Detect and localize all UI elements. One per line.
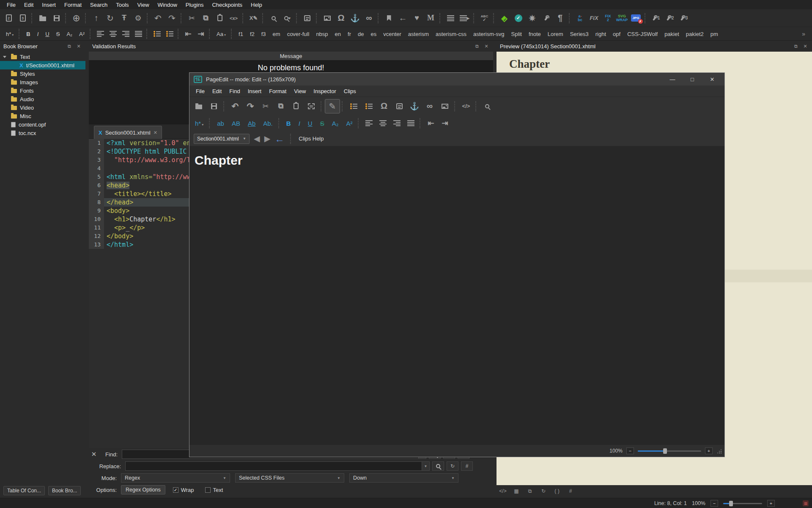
- plugin3-icon[interactable]: 3: [677, 11, 691, 25]
- abc-case-icon[interactable]: a-bc: [573, 11, 587, 25]
- tree-item[interactable]: X Fonts: [0, 86, 85, 95]
- tree-item[interactable]: X content.opf: [0, 120, 85, 129]
- refresh-icon[interactable]: ↻: [538, 487, 549, 495]
- menu-item[interactable]: Clips: [340, 87, 360, 95]
- text-checkbox[interactable]: [205, 487, 211, 493]
- clip-button[interactable]: Lorem: [544, 30, 567, 39]
- clip-button[interactable]: right: [592, 30, 609, 39]
- menu-item[interactable]: Window: [154, 1, 181, 9]
- subscript-button[interactable]: A₂: [328, 119, 343, 128]
- align-justify-icon[interactable]: [132, 28, 145, 39]
- regex-options-button[interactable]: Regex Options: [121, 485, 165, 494]
- strikethrough-button[interactable]: S: [53, 30, 63, 39]
- undo-icon[interactable]: ↶: [151, 11, 165, 25]
- align-left-icon[interactable]: [94, 28, 107, 39]
- jpg-icon[interactable]: JPG✗: [629, 11, 643, 25]
- zoom-out-button[interactable]: −: [710, 500, 718, 507]
- files-select[interactable]: Selected CSS Files▼: [235, 473, 344, 483]
- file-select[interactable]: Section0001.xhtml▼: [194, 134, 250, 144]
- menu-item[interactable]: View: [290, 87, 310, 95]
- clip-button[interactable]: de: [354, 30, 367, 39]
- grid-view-icon[interactable]: ▦: [511, 487, 522, 495]
- clip-button[interactable]: fnote: [525, 30, 544, 39]
- list-ordered-icon[interactable]: [361, 99, 376, 113]
- float-panel-icon[interactable]: ⧉: [793, 44, 799, 49]
- select-all-icon[interactable]: [304, 99, 319, 113]
- link-icon[interactable]: ∞: [362, 11, 376, 25]
- italic-button[interactable]: I: [295, 119, 304, 128]
- forward-icon[interactable]: ▶: [264, 134, 271, 144]
- clip-button[interactable]: asterism-svg: [470, 30, 508, 39]
- clip-button[interactable]: Series3: [567, 30, 592, 39]
- pencil-icon[interactable]: ✎: [325, 99, 340, 113]
- align-justify-icon[interactable]: [404, 116, 418, 130]
- replace-all-button[interactable]: ↻: [447, 461, 458, 471]
- mail-icon[interactable]: M: [424, 11, 438, 25]
- clip-button[interactable]: asterism: [405, 30, 432, 39]
- menu-item[interactable]: Plugins: [181, 1, 208, 9]
- back-icon[interactable]: ←: [396, 11, 410, 25]
- indent-icon[interactable]: ⇥: [195, 28, 207, 39]
- image-icon[interactable]: [437, 99, 453, 113]
- clip-button[interactable]: fr: [344, 30, 354, 39]
- outdent-icon[interactable]: ⇤: [424, 116, 438, 130]
- menu-item[interactable]: Format: [60, 1, 86, 9]
- menu-item[interactable]: Checkpoints: [208, 1, 247, 9]
- change-case-button[interactable]: Aa▾: [213, 30, 229, 39]
- tree-item[interactable]: X Video: [0, 103, 85, 112]
- clip-button[interactable]: en: [332, 30, 344, 39]
- book-browser-panel-button[interactable]: Book Bro...: [48, 486, 81, 495]
- clip-button[interactable]: vcenter: [380, 30, 405, 39]
- clip-button[interactable]: f1: [235, 30, 247, 39]
- lowercase-button[interactable]: ab: [213, 119, 228, 128]
- mend-icon[interactable]: ✷: [525, 11, 539, 25]
- clip-button[interactable]: pakiet: [661, 30, 683, 39]
- outdent-icon[interactable]: ⇤: [182, 28, 195, 39]
- clip-button[interactable]: Split: [508, 30, 525, 39]
- pageedit-titlebar[interactable]: PageEdit -- mode: Edit -- (1265x709) — □…: [189, 73, 724, 86]
- plugin2-icon[interactable]: 2: [663, 11, 677, 25]
- strikethrough-button[interactable]: S: [316, 119, 328, 128]
- wrap-checkbox[interactable]: ✓: [173, 487, 178, 493]
- image-icon[interactable]: [320, 11, 334, 25]
- menu-item[interactable]: Insert: [38, 1, 60, 9]
- menu-item[interactable]: Format: [265, 87, 290, 95]
- return-to-sigil-icon[interactable]: ←: [274, 135, 284, 143]
- parens-icon[interactable]: ( ): [551, 487, 562, 495]
- menu-item[interactable]: File: [192, 87, 208, 95]
- close-window-icon[interactable]: ✕: [704, 76, 720, 83]
- index-icon[interactable]: ▶: [458, 11, 472, 25]
- plugin1-icon[interactable]: 1: [649, 11, 663, 25]
- resize-grip-icon[interactable]: [716, 448, 722, 454]
- close-tab-icon[interactable]: ✕: [154, 130, 157, 135]
- count-icon[interactable]: #: [565, 487, 576, 495]
- find-icon[interactable]: [266, 11, 280, 25]
- tree-item[interactable]: X Misc: [0, 112, 85, 120]
- code-view-icon[interactable]: </>: [458, 99, 474, 113]
- menu-item[interactable]: Find: [225, 87, 244, 95]
- up-icon[interactable]: ↑: [89, 11, 103, 25]
- capitalize-button[interactable]: Ab: [244, 119, 259, 128]
- menu-item[interactable]: Tools: [112, 1, 133, 9]
- redo-icon[interactable]: ↷: [165, 11, 179, 25]
- zoom-slider[interactable]: [723, 500, 762, 506]
- clip-button[interactable]: es: [367, 30, 380, 39]
- toc-panel-button[interactable]: Table Of Con...: [3, 486, 45, 495]
- underline-button[interactable]: U: [304, 119, 316, 128]
- maximize-window-icon[interactable]: □: [684, 76, 700, 83]
- copy-icon[interactable]: ⧉: [199, 11, 213, 25]
- clip-button[interactable]: pm: [707, 30, 721, 39]
- close-panel-icon[interactable]: ✕: [483, 44, 490, 49]
- zoom-in-button[interactable]: +: [767, 500, 775, 507]
- copy-icon[interactable]: ⧉: [524, 487, 535, 495]
- spellcheck-icon[interactable]: ABC✓: [477, 11, 491, 25]
- anchor-icon[interactable]: ⚓: [407, 99, 422, 113]
- close-find-icon[interactable]: ✕: [89, 450, 99, 458]
- list-bullet-icon[interactable]: [346, 99, 361, 113]
- rename-icon[interactable]: X✎: [247, 11, 261, 25]
- clip-button[interactable]: f2: [247, 30, 258, 39]
- uppercase-button[interactable]: AB: [228, 119, 244, 128]
- bold-button[interactable]: B: [283, 119, 295, 128]
- tree-item[interactable]: X Audio: [0, 95, 85, 103]
- zoom-slider[interactable]: [638, 448, 701, 454]
